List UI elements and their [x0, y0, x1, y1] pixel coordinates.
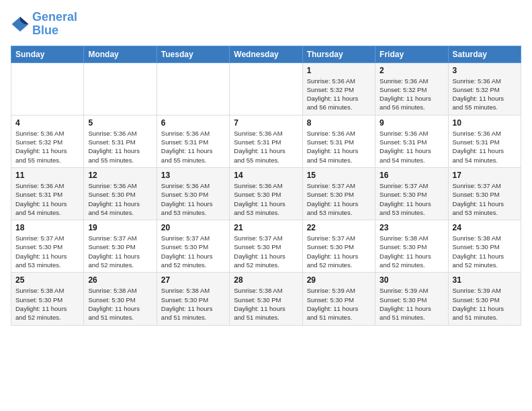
- day-number: 7: [234, 118, 298, 128]
- calendar-cell: 22Sunrise: 5:37 AMSunset: 5:30 PMDayligh…: [302, 220, 375, 273]
- day-info: Sunrise: 5:37 AMSunset: 5:30 PMDaylight:…: [234, 234, 298, 269]
- day-number: 21: [234, 223, 298, 232]
- calendar-cell: [230, 62, 302, 115]
- day-number: 5: [88, 118, 152, 128]
- calendar-cell: [11, 62, 84, 115]
- day-number: 22: [307, 223, 371, 232]
- calendar-cell: 18Sunrise: 5:37 AMSunset: 5:30 PMDayligh…: [11, 220, 84, 273]
- day-info: Sunrise: 5:37 AMSunset: 5:30 PMDaylight:…: [453, 181, 517, 217]
- day-number: 3: [453, 66, 517, 75]
- day-info: Sunrise: 5:36 AMSunset: 5:31 PMDaylight:…: [453, 129, 517, 165]
- day-number: 1: [307, 66, 371, 75]
- day-info: Sunrise: 5:36 AMSunset: 5:31 PMDaylight:…: [307, 129, 371, 165]
- calendar-cell: 13Sunrise: 5:36 AMSunset: 5:30 PMDayligh…: [157, 167, 229, 220]
- day-info: Sunrise: 5:38 AMSunset: 5:30 PMDaylight:…: [453, 234, 517, 269]
- day-number: 25: [15, 275, 79, 285]
- weekday-header-sunday: Sunday: [11, 46, 84, 62]
- day-info: Sunrise: 5:37 AMSunset: 5:30 PMDaylight:…: [161, 234, 225, 269]
- calendar-cell: 11Sunrise: 5:36 AMSunset: 5:31 PMDayligh…: [11, 167, 84, 220]
- weekday-header-wednesday: Wednesday: [230, 46, 302, 62]
- day-info: Sunrise: 5:37 AMSunset: 5:30 PMDaylight:…: [88, 234, 152, 269]
- calendar-cell: 14Sunrise: 5:36 AMSunset: 5:30 PMDayligh…: [230, 167, 302, 220]
- logo: General Blue: [11, 11, 77, 38]
- day-info: Sunrise: 5:37 AMSunset: 5:30 PMDaylight:…: [307, 181, 371, 217]
- day-info: Sunrise: 5:37 AMSunset: 5:30 PMDaylight:…: [15, 234, 79, 269]
- calendar-cell: 20Sunrise: 5:37 AMSunset: 5:30 PMDayligh…: [157, 220, 229, 273]
- calendar-cell: 12Sunrise: 5:36 AMSunset: 5:30 PMDayligh…: [84, 167, 157, 220]
- logo-text: General Blue: [32, 11, 77, 38]
- day-info: Sunrise: 5:36 AMSunset: 5:32 PMDaylight:…: [453, 77, 517, 112]
- day-number: 20: [161, 223, 225, 232]
- weekday-header-tuesday: Tuesday: [157, 46, 229, 62]
- day-info: Sunrise: 5:38 AMSunset: 5:30 PMDaylight:…: [161, 286, 225, 322]
- day-info: Sunrise: 5:36 AMSunset: 5:31 PMDaylight:…: [88, 129, 152, 165]
- day-info: Sunrise: 5:39 AMSunset: 5:30 PMDaylight:…: [453, 286, 517, 322]
- calendar-cell: 29Sunrise: 5:39 AMSunset: 5:30 PMDayligh…: [302, 273, 375, 325]
- day-info: Sunrise: 5:38 AMSunset: 5:30 PMDaylight:…: [88, 286, 152, 322]
- calendar-cell: 19Sunrise: 5:37 AMSunset: 5:30 PMDayligh…: [84, 220, 157, 273]
- calendar-cell: 10Sunrise: 5:36 AMSunset: 5:31 PMDayligh…: [448, 115, 521, 167]
- day-info: Sunrise: 5:39 AMSunset: 5:30 PMDaylight:…: [307, 286, 371, 322]
- day-number: 19: [88, 223, 152, 232]
- day-info: Sunrise: 5:36 AMSunset: 5:31 PMDaylight:…: [380, 129, 443, 165]
- page-header: General Blue: [11, 11, 521, 38]
- calendar-cell: 28Sunrise: 5:38 AMSunset: 5:30 PMDayligh…: [230, 273, 302, 325]
- day-info: Sunrise: 5:36 AMSunset: 5:32 PMDaylight:…: [307, 77, 371, 112]
- day-info: Sunrise: 5:36 AMSunset: 5:30 PMDaylight:…: [88, 181, 152, 217]
- calendar-cell: [157, 62, 229, 115]
- calendar-cell: 9Sunrise: 5:36 AMSunset: 5:31 PMDaylight…: [375, 115, 448, 167]
- day-number: 17: [453, 171, 517, 180]
- day-info: Sunrise: 5:36 AMSunset: 5:32 PMDaylight:…: [380, 77, 443, 112]
- day-number: 12: [88, 171, 152, 180]
- day-number: 16: [380, 171, 443, 180]
- calendar-cell: 6Sunrise: 5:36 AMSunset: 5:31 PMDaylight…: [157, 115, 229, 167]
- day-info: Sunrise: 5:36 AMSunset: 5:31 PMDaylight:…: [161, 129, 225, 165]
- day-number: 8: [307, 118, 371, 128]
- calendar-cell: 15Sunrise: 5:37 AMSunset: 5:30 PMDayligh…: [302, 167, 375, 220]
- calendar-table: SundayMondayTuesdayWednesdayThursdayFrid…: [11, 46, 521, 326]
- day-number: 6: [161, 118, 225, 128]
- weekday-header-thursday: Thursday: [302, 46, 375, 62]
- day-number: 27: [161, 275, 225, 285]
- calendar-cell: 16Sunrise: 5:37 AMSunset: 5:30 PMDayligh…: [375, 167, 448, 220]
- calendar-cell: 21Sunrise: 5:37 AMSunset: 5:30 PMDayligh…: [230, 220, 302, 273]
- calendar-cell: 23Sunrise: 5:38 AMSunset: 5:30 PMDayligh…: [375, 220, 448, 273]
- calendar-cell: 4Sunrise: 5:36 AMSunset: 5:32 PMDaylight…: [11, 115, 84, 167]
- calendar-cell: 30Sunrise: 5:39 AMSunset: 5:30 PMDayligh…: [375, 273, 448, 325]
- calendar-cell: [84, 62, 157, 115]
- day-number: 29: [307, 275, 371, 285]
- calendar-cell: 2Sunrise: 5:36 AMSunset: 5:32 PMDaylight…: [375, 62, 448, 115]
- day-number: 4: [15, 118, 79, 128]
- calendar-cell: 27Sunrise: 5:38 AMSunset: 5:30 PMDayligh…: [157, 273, 229, 325]
- calendar-week-row: 1Sunrise: 5:36 AMSunset: 5:32 PMDaylight…: [11, 62, 521, 115]
- day-number: 28: [234, 275, 298, 285]
- calendar-cell: 17Sunrise: 5:37 AMSunset: 5:30 PMDayligh…: [448, 167, 521, 220]
- day-number: 30: [380, 275, 443, 285]
- calendar-cell: 5Sunrise: 5:36 AMSunset: 5:31 PMDaylight…: [84, 115, 157, 167]
- calendar-week-row: 25Sunrise: 5:38 AMSunset: 5:30 PMDayligh…: [11, 273, 521, 325]
- day-info: Sunrise: 5:36 AMSunset: 5:32 PMDaylight:…: [15, 129, 79, 165]
- day-info: Sunrise: 5:38 AMSunset: 5:30 PMDaylight:…: [380, 234, 443, 269]
- day-number: 9: [380, 118, 443, 128]
- weekday-header-friday: Friday: [375, 46, 448, 62]
- day-info: Sunrise: 5:37 AMSunset: 5:30 PMDaylight:…: [307, 234, 371, 269]
- calendar-cell: 26Sunrise: 5:38 AMSunset: 5:30 PMDayligh…: [84, 273, 157, 325]
- day-number: 15: [307, 171, 371, 180]
- day-number: 18: [15, 223, 79, 232]
- calendar-week-row: 4Sunrise: 5:36 AMSunset: 5:32 PMDaylight…: [11, 115, 521, 167]
- calendar-cell: 3Sunrise: 5:36 AMSunset: 5:32 PMDaylight…: [448, 62, 521, 115]
- day-info: Sunrise: 5:39 AMSunset: 5:30 PMDaylight:…: [380, 286, 443, 322]
- day-info: Sunrise: 5:36 AMSunset: 5:31 PMDaylight:…: [234, 129, 298, 165]
- day-number: 23: [380, 223, 443, 232]
- calendar-cell: 24Sunrise: 5:38 AMSunset: 5:30 PMDayligh…: [448, 220, 521, 273]
- day-info: Sunrise: 5:36 AMSunset: 5:30 PMDaylight:…: [234, 181, 298, 217]
- day-info: Sunrise: 5:36 AMSunset: 5:30 PMDaylight:…: [161, 181, 225, 217]
- weekday-header-monday: Monday: [84, 46, 157, 62]
- calendar-cell: 1Sunrise: 5:36 AMSunset: 5:32 PMDaylight…: [302, 62, 375, 115]
- calendar-cell: 31Sunrise: 5:39 AMSunset: 5:30 PMDayligh…: [448, 273, 521, 325]
- day-number: 31: [453, 275, 517, 285]
- day-number: 2: [380, 66, 443, 75]
- day-info: Sunrise: 5:37 AMSunset: 5:30 PMDaylight:…: [380, 181, 443, 217]
- day-info: Sunrise: 5:38 AMSunset: 5:30 PMDaylight:…: [234, 286, 298, 322]
- day-number: 24: [453, 223, 517, 232]
